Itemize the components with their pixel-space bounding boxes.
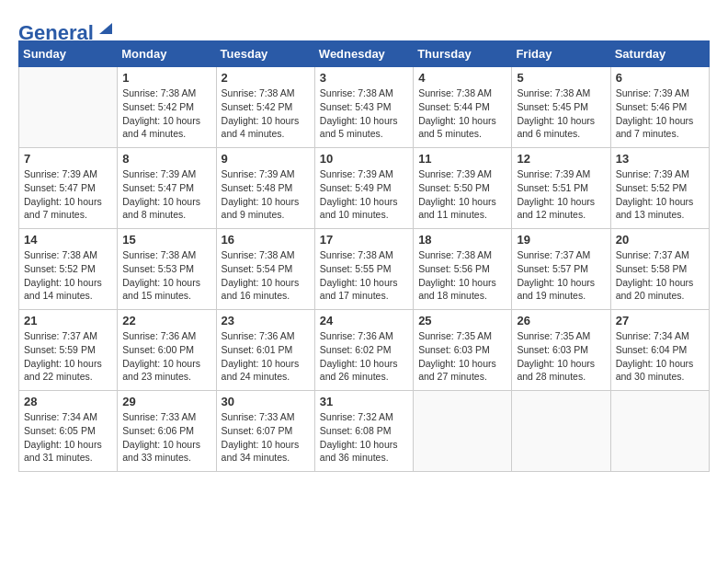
calendar-cell: 8Sunrise: 7:39 AM Sunset: 5:47 PM Daylig… — [118, 148, 216, 229]
calendar-week-row: 21Sunrise: 7:37 AM Sunset: 5:59 PM Dayli… — [19, 310, 710, 391]
day-number: 23 — [222, 314, 310, 327]
calendar-week-row: 14Sunrise: 7:38 AM Sunset: 5:52 PM Dayli… — [19, 229, 710, 310]
day-info: Sunrise: 7:39 AM Sunset: 5:48 PM Dayligh… — [222, 167, 310, 222]
day-number: 17 — [320, 233, 408, 247]
day-number: 9 — [222, 152, 310, 166]
day-info: Sunrise: 7:39 AM Sunset: 5:51 PM Dayligh… — [517, 167, 605, 222]
day-number: 25 — [418, 314, 506, 327]
day-number: 2 — [222, 71, 310, 85]
logo-arrow-icon — [96, 21, 112, 38]
day-number: 4 — [418, 71, 506, 85]
day-number: 12 — [517, 152, 605, 166]
day-info: Sunrise: 7:39 AM Sunset: 5:50 PM Dayligh… — [418, 167, 506, 222]
day-info: Sunrise: 7:38 AM Sunset: 5:52 PM Dayligh… — [24, 248, 112, 303]
calendar-cell: 26Sunrise: 7:35 AM Sunset: 6:03 PM Dayli… — [512, 310, 610, 391]
calendar-cell: 16Sunrise: 7:38 AM Sunset: 5:54 PM Dayli… — [216, 229, 314, 310]
calendar-week-row: 7Sunrise: 7:39 AM Sunset: 5:47 PM Daylig… — [19, 148, 710, 229]
day-info: Sunrise: 7:37 AM Sunset: 5:59 PM Dayligh… — [24, 329, 112, 384]
day-info: Sunrise: 7:36 AM Sunset: 6:01 PM Dayligh… — [222, 329, 310, 384]
day-number: 26 — [517, 314, 605, 327]
day-info: Sunrise: 7:37 AM Sunset: 5:57 PM Dayligh… — [517, 248, 605, 303]
day-info: Sunrise: 7:38 AM Sunset: 5:42 PM Dayligh… — [122, 86, 210, 141]
day-info: Sunrise: 7:35 AM Sunset: 6:03 PM Dayligh… — [418, 329, 506, 384]
day-number: 1 — [122, 71, 210, 85]
calendar-week-row: 28Sunrise: 7:34 AM Sunset: 6:05 PM Dayli… — [19, 391, 710, 472]
calendar-cell: 13Sunrise: 7:39 AM Sunset: 5:52 PM Dayli… — [610, 148, 709, 229]
day-number: 13 — [616, 152, 704, 166]
day-number: 30 — [222, 395, 310, 408]
day-info: Sunrise: 7:38 AM Sunset: 5:42 PM Dayligh… — [222, 86, 310, 141]
day-number: 28 — [24, 395, 112, 408]
calendar-cell — [610, 391, 709, 472]
weekday-header-monday: Monday — [118, 41, 216, 67]
day-info: Sunrise: 7:38 AM Sunset: 5:45 PM Dayligh… — [517, 86, 605, 141]
calendar-cell: 24Sunrise: 7:36 AM Sunset: 6:02 PM Dayli… — [314, 310, 413, 391]
calendar-week-row: 1Sunrise: 7:38 AM Sunset: 5:42 PM Daylig… — [19, 67, 710, 148]
day-info: Sunrise: 7:33 AM Sunset: 6:06 PM Dayligh… — [122, 410, 210, 465]
day-info: Sunrise: 7:39 AM Sunset: 5:46 PM Dayligh… — [616, 86, 704, 141]
calendar-cell: 27Sunrise: 7:34 AM Sunset: 6:04 PM Dayli… — [610, 310, 709, 391]
calendar-cell: 9Sunrise: 7:39 AM Sunset: 5:48 PM Daylig… — [216, 148, 314, 229]
day-number: 10 — [320, 152, 408, 166]
day-info: Sunrise: 7:38 AM Sunset: 5:43 PM Dayligh… — [320, 86, 408, 141]
day-number: 22 — [122, 314, 210, 327]
calendar-cell: 2Sunrise: 7:38 AM Sunset: 5:42 PM Daylig… — [216, 67, 314, 148]
weekday-header-sunday: Sunday — [19, 41, 118, 67]
day-info: Sunrise: 7:38 AM Sunset: 5:44 PM Dayligh… — [418, 86, 506, 141]
day-number: 24 — [320, 314, 408, 327]
weekday-header-thursday: Thursday — [414, 41, 512, 67]
day-info: Sunrise: 7:37 AM Sunset: 5:58 PM Dayligh… — [616, 248, 704, 303]
day-info: Sunrise: 7:38 AM Sunset: 5:56 PM Dayligh… — [418, 248, 506, 303]
day-info: Sunrise: 7:32 AM Sunset: 6:08 PM Dayligh… — [320, 410, 408, 465]
calendar-cell: 29Sunrise: 7:33 AM Sunset: 6:06 PM Dayli… — [118, 391, 216, 472]
weekday-header-saturday: Saturday — [610, 41, 709, 67]
calendar-cell: 15Sunrise: 7:38 AM Sunset: 5:53 PM Dayli… — [118, 229, 216, 310]
day-info: Sunrise: 7:38 AM Sunset: 5:55 PM Dayligh… — [320, 248, 408, 303]
calendar-cell — [414, 391, 512, 472]
day-info: Sunrise: 7:38 AM Sunset: 5:54 PM Dayligh… — [222, 248, 310, 303]
calendar-table: SundayMondayTuesdayWednesdayThursdayFrid… — [18, 40, 710, 472]
day-info: Sunrise: 7:39 AM Sunset: 5:52 PM Dayligh… — [616, 167, 704, 222]
day-info: Sunrise: 7:36 AM Sunset: 6:02 PM Dayligh… — [320, 329, 408, 384]
calendar-cell: 14Sunrise: 7:38 AM Sunset: 5:52 PM Dayli… — [19, 229, 118, 310]
calendar-cell: 7Sunrise: 7:39 AM Sunset: 5:47 PM Daylig… — [19, 148, 118, 229]
day-number: 3 — [320, 71, 408, 85]
day-number: 27 — [616, 314, 704, 327]
day-number: 8 — [122, 152, 210, 166]
day-info: Sunrise: 7:35 AM Sunset: 6:03 PM Dayligh… — [517, 329, 605, 384]
day-info: Sunrise: 7:39 AM Sunset: 5:49 PM Dayligh… — [320, 167, 408, 222]
day-number: 5 — [517, 71, 605, 85]
day-number: 16 — [222, 233, 310, 247]
day-number: 20 — [616, 233, 704, 247]
weekday-header-wednesday: Wednesday — [314, 41, 413, 67]
day-info: Sunrise: 7:38 AM Sunset: 5:53 PM Dayligh… — [122, 248, 210, 303]
calendar-cell: 17Sunrise: 7:38 AM Sunset: 5:55 PM Dayli… — [314, 229, 413, 310]
day-number: 14 — [24, 233, 112, 247]
calendar-cell: 28Sunrise: 7:34 AM Sunset: 6:05 PM Dayli… — [19, 391, 118, 472]
calendar-cell: 22Sunrise: 7:36 AM Sunset: 6:00 PM Dayli… — [118, 310, 216, 391]
day-info: Sunrise: 7:39 AM Sunset: 5:47 PM Dayligh… — [24, 167, 112, 222]
calendar-cell: 3Sunrise: 7:38 AM Sunset: 5:43 PM Daylig… — [314, 67, 413, 148]
calendar-cell: 4Sunrise: 7:38 AM Sunset: 5:44 PM Daylig… — [414, 67, 512, 148]
calendar-header-row: SundayMondayTuesdayWednesdayThursdayFrid… — [19, 41, 710, 67]
day-number: 7 — [24, 152, 112, 166]
day-number: 6 — [616, 71, 704, 85]
day-info: Sunrise: 7:39 AM Sunset: 5:47 PM Dayligh… — [122, 167, 210, 222]
calendar-cell: 31Sunrise: 7:32 AM Sunset: 6:08 PM Dayli… — [314, 391, 413, 472]
weekday-header-friday: Friday — [512, 41, 610, 67]
weekday-header-tuesday: Tuesday — [216, 41, 314, 67]
svg-marker-0 — [99, 23, 112, 34]
day-number: 29 — [122, 395, 210, 408]
calendar-cell: 1Sunrise: 7:38 AM Sunset: 5:42 PM Daylig… — [118, 67, 216, 148]
day-number: 31 — [320, 395, 408, 408]
calendar-cell: 6Sunrise: 7:39 AM Sunset: 5:46 PM Daylig… — [610, 67, 709, 148]
calendar-cell: 19Sunrise: 7:37 AM Sunset: 5:57 PM Dayli… — [512, 229, 610, 310]
day-number: 11 — [418, 152, 506, 166]
day-number: 19 — [517, 233, 605, 247]
day-number: 15 — [122, 233, 210, 247]
calendar-cell: 5Sunrise: 7:38 AM Sunset: 5:45 PM Daylig… — [512, 67, 610, 148]
day-number: 21 — [24, 314, 112, 327]
calendar-cell: 21Sunrise: 7:37 AM Sunset: 5:59 PM Dayli… — [19, 310, 118, 391]
calendar-cell: 18Sunrise: 7:38 AM Sunset: 5:56 PM Dayli… — [414, 229, 512, 310]
day-info: Sunrise: 7:34 AM Sunset: 6:05 PM Dayligh… — [24, 410, 112, 465]
